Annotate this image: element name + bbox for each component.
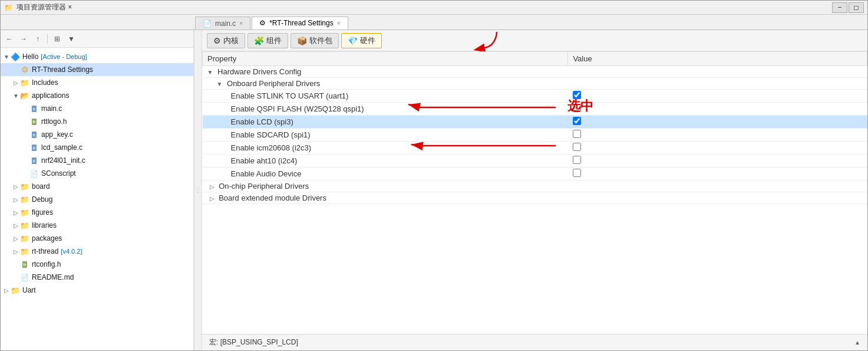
tab-settings-label: *RT-Thread Settings bbox=[269, 19, 334, 27]
scroll-up-btn[interactable]: ▲ bbox=[854, 339, 860, 346]
toggle-rt-thread[interactable]: ▷ bbox=[12, 248, 19, 255]
table-row[interactable]: ▼ Onboard Peripheral Drivers bbox=[203, 78, 867, 90]
table-row[interactable]: ▷ Board extended module Drivers bbox=[203, 192, 867, 204]
table-row[interactable]: Enable aht10 (i2c4) bbox=[203, 155, 867, 168]
settings-table: Property Value ▼ Hardware Drivers Config bbox=[202, 51, 867, 204]
app-key-icon: c bbox=[29, 130, 39, 139]
settings-container: Property Value ▼ Hardware Drivers Config bbox=[202, 51, 867, 334]
table-row[interactable]: ▼ Hardware Drivers Config bbox=[203, 66, 867, 78]
value-icm20608 bbox=[568, 142, 867, 155]
tree-item-rt-thread[interactable]: ▷ 📁 rt-thread [v4.0.2] bbox=[1, 245, 193, 258]
collapse-btn[interactable]: ⊞ bbox=[51, 32, 64, 45]
tree-item-includes[interactable]: ▷ 📁 Includes bbox=[1, 76, 193, 89]
tree-item-sconscript[interactable]: 📄 SConscript bbox=[1, 167, 193, 180]
rt-thread-icon: 📁 bbox=[19, 247, 30, 256]
tree-item-rt-thread-settings[interactable]: ⚙ RT-Thread Settings bbox=[1, 63, 193, 76]
tab-rt-thread-settings[interactable]: ⚙ *RT-Thread Settings × bbox=[252, 17, 348, 29]
collapse-hardware-drivers[interactable]: ▼ bbox=[207, 69, 213, 76]
nav-tab-software[interactable]: 📦 软件包 bbox=[291, 33, 339, 48]
app-key-label: app_key.c bbox=[41, 130, 73, 139]
figures-icon: 📁 bbox=[19, 208, 30, 217]
menu-btn[interactable]: ▼ bbox=[65, 32, 78, 45]
divider-icon: ⋮ bbox=[195, 187, 201, 193]
table-row[interactable]: Enable SDCARD (spi1) bbox=[203, 129, 867, 142]
rt-thread-badge: [v4.0.2] bbox=[61, 248, 82, 255]
tab-main-c[interactable]: 📄 main.c × bbox=[195, 17, 250, 29]
tree-item-applications[interactable]: ▼ 📂 applications bbox=[1, 89, 193, 102]
restore-btn[interactable]: □ bbox=[849, 2, 864, 13]
toggle-libraries[interactable]: ▷ bbox=[12, 222, 19, 229]
tree-item-hello[interactable]: ▼ 🔷 Hello [Active - Debug] bbox=[1, 50, 193, 63]
tree-item-rttlogo-h[interactable]: h rttlogo.h bbox=[1, 115, 193, 128]
table-row[interactable]: Enable STLINK TO USART (uart1) bbox=[203, 90, 867, 103]
checkbox-lcd-spi3[interactable] bbox=[573, 117, 581, 125]
checkbox-sdcard[interactable] bbox=[573, 130, 581, 138]
minimize-btn[interactable]: － bbox=[832, 2, 847, 13]
tree-item-libraries[interactable]: ▷ 📁 libraries bbox=[1, 219, 193, 232]
prop-onboard-peripheral: ▼ Onboard Peripheral Drivers bbox=[203, 78, 568, 90]
tree-item-rtconfig-h[interactable]: h rtconfig.h bbox=[1, 258, 193, 271]
kernel-icon: ⚙ bbox=[213, 36, 221, 45]
toggle-applications[interactable]: ▼ bbox=[12, 93, 19, 99]
value-onboard bbox=[568, 78, 867, 90]
nav-tab-kernel[interactable]: ⚙ 内核 bbox=[207, 33, 245, 48]
libraries-icon: 📁 bbox=[19, 221, 30, 230]
forward-btn[interactable]: → bbox=[17, 32, 30, 45]
toggle-debug[interactable]: ▷ bbox=[12, 196, 19, 203]
tree-item-board[interactable]: ▷ 📁 board bbox=[1, 180, 193, 193]
readme-icon: 📄 bbox=[19, 273, 30, 282]
on-chip-label: On-chip Peripheral Drivers bbox=[219, 182, 309, 191]
qspi-flash-label: Enable QSPI FLASH (W25Q128 qspi1) bbox=[231, 104, 364, 113]
up-btn[interactable]: ↑ bbox=[31, 32, 44, 45]
table-row[interactable]: Enable Audio Device bbox=[203, 168, 867, 181]
rttlogo-label: rttlogo.h bbox=[41, 117, 67, 126]
nav-tab-hardware[interactable]: 💎 硬件 bbox=[341, 33, 382, 48]
tree-item-figures[interactable]: ▷ 📁 figures bbox=[1, 206, 193, 219]
toggle-packages[interactable]: ▷ bbox=[12, 235, 19, 242]
value-sdcard bbox=[568, 129, 867, 142]
lcd-sample-icon: c bbox=[29, 143, 39, 152]
tab-close-btn[interactable]: × bbox=[239, 20, 243, 27]
sconscript-icon: 📄 bbox=[29, 169, 39, 178]
nav-tab-component[interactable]: 🧩 组件 bbox=[247, 33, 288, 48]
toggle-uart[interactable]: ▷ bbox=[3, 287, 10, 294]
tree-item-uart[interactable]: ▷ 📁 Uart bbox=[1, 284, 193, 297]
board-extended-label: Board extended module Drivers bbox=[219, 193, 326, 202]
hello-label: Hello bbox=[22, 53, 38, 61]
table-row[interactable]: Enable icm20608 (i2c3) bbox=[203, 142, 867, 155]
checkbox-stlink-usart[interactable] bbox=[573, 91, 581, 99]
lcd-spi3-label: Enable LCD (spi3) bbox=[231, 117, 293, 126]
icm20608-label: Enable icm20608 (i2c3) bbox=[231, 143, 312, 152]
sidebar-divider[interactable]: ⋮ bbox=[194, 30, 202, 350]
content-area: ⚙ 内核 🧩 组件 📦 软件包 💎 硬件 bbox=[202, 30, 867, 350]
tab-settings-close-btn[interactable]: × bbox=[337, 20, 341, 27]
col-value: Value bbox=[568, 52, 867, 66]
tree-item-app-key-c[interactable]: c app_key.c bbox=[1, 128, 193, 141]
toggle-board[interactable]: ▷ bbox=[12, 183, 19, 190]
tree-item-main-c[interactable]: c main.c bbox=[1, 102, 193, 115]
uart-icon: 📁 bbox=[10, 286, 21, 295]
collapse-on-chip[interactable]: ▷ bbox=[210, 183, 214, 190]
toggle-hello[interactable]: ▼ bbox=[3, 54, 10, 60]
table-row-selected[interactable]: Enable LCD (spi3) bbox=[203, 116, 867, 129]
table-row[interactable]: Enable QSPI FLASH (W25Q128 qspi1) bbox=[203, 103, 867, 116]
tab-settings-icon: ⚙ bbox=[259, 19, 266, 27]
collapse-board-extended[interactable]: ▷ bbox=[210, 195, 214, 202]
tree-item-readme[interactable]: 📄 README.md bbox=[1, 271, 193, 284]
checkbox-audio[interactable] bbox=[573, 169, 581, 177]
value-stlink-usart bbox=[568, 90, 867, 103]
checkbox-icm20608[interactable] bbox=[573, 143, 581, 151]
aht10-label: Enable aht10 (i2c4) bbox=[231, 156, 298, 165]
checkbox-aht10[interactable] bbox=[573, 156, 581, 164]
tree-item-lcd-sample-c[interactable]: c lcd_sample.c bbox=[1, 141, 193, 154]
tree-item-nrf24l01[interactable]: c nrf24l01_init.c bbox=[1, 154, 193, 167]
collapse-onboard[interactable]: ▼ bbox=[217, 81, 223, 87]
tree-item-debug[interactable]: ▷ 📁 Debug bbox=[1, 193, 193, 206]
checkbox-qspi-flash[interactable] bbox=[573, 104, 581, 112]
tree-item-packages[interactable]: ▷ 📁 packages bbox=[1, 232, 193, 245]
toggle-includes[interactable]: ▷ bbox=[12, 80, 19, 86]
nav-tabs: ⚙ 内核 🧩 组件 📦 软件包 💎 硬件 bbox=[202, 30, 867, 51]
table-row[interactable]: ▷ On-chip Peripheral Drivers bbox=[203, 181, 867, 192]
back-btn[interactable]: ← bbox=[3, 32, 16, 45]
toggle-figures[interactable]: ▷ bbox=[12, 209, 19, 216]
